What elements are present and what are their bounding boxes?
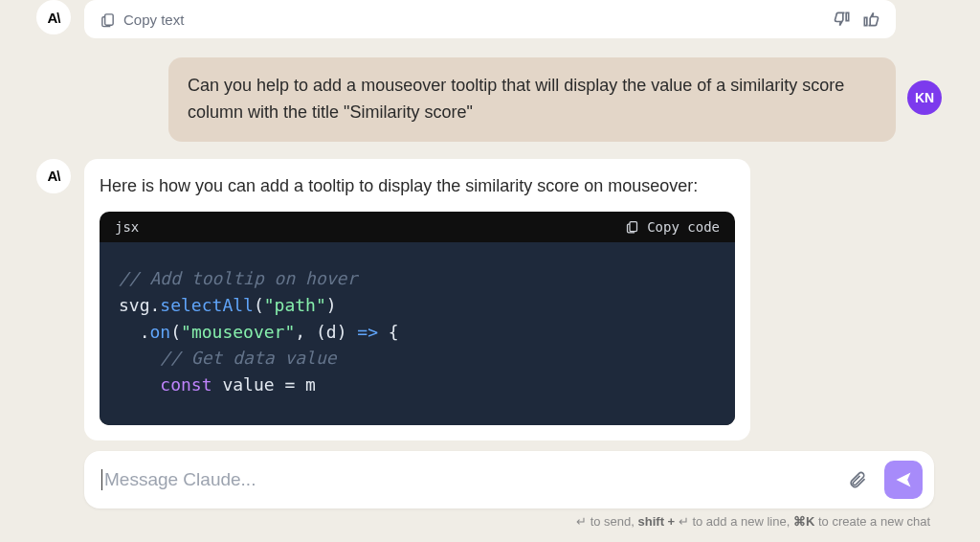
message-input[interactable]: Message Claude... bbox=[101, 469, 840, 491]
send-button[interactable] bbox=[884, 461, 923, 499]
user-message-row: Can you help to add a mouseover tooltip … bbox=[84, 57, 896, 142]
ai-avatar: A\ bbox=[36, 159, 71, 193]
attach-button[interactable] bbox=[840, 463, 875, 497]
assistant-message-header: Copy text bbox=[84, 0, 896, 38]
thumbs-up-icon[interactable] bbox=[861, 10, 880, 29]
code-language-label: jsx bbox=[115, 219, 139, 235]
copy-code-button[interactable]: Copy code bbox=[625, 219, 720, 235]
clipboard-icon bbox=[100, 11, 116, 28]
input-placeholder-text: Message Claude... bbox=[104, 469, 256, 489]
assistant-reply-text: Here is how you can add a tooltip to dis… bbox=[100, 174, 735, 198]
user-avatar: KN bbox=[907, 80, 942, 115]
code-block: jsx Copy code // Add tooltip on hover sv… bbox=[100, 212, 735, 425]
clipboard-icon bbox=[625, 219, 639, 234]
text-cursor bbox=[101, 469, 102, 490]
assistant-reply: Here is how you can add a tooltip to dis… bbox=[84, 159, 750, 440]
code-body: // Add tooltip on hover svg.selectAll("p… bbox=[100, 242, 735, 425]
ai-avatar: A\ bbox=[36, 0, 71, 34]
copy-text-button[interactable]: Copy text bbox=[100, 11, 184, 28]
enter-key-icon: ↵ bbox=[576, 514, 587, 529]
svg-rect-1 bbox=[630, 222, 637, 232]
enter-key-icon: ↵ bbox=[679, 514, 689, 529]
input-area: Message Claude... ↵ to send, shift + ↵ t… bbox=[84, 451, 934, 529]
svg-rect-0 bbox=[105, 13, 114, 24]
thumbs-down-icon[interactable] bbox=[833, 10, 852, 29]
message-input-box[interactable]: Message Claude... bbox=[84, 451, 934, 508]
keyboard-hints: ↵ to send, shift + ↵ to add a new line, … bbox=[84, 514, 934, 529]
send-icon bbox=[894, 470, 913, 489]
paperclip-icon bbox=[848, 470, 867, 489]
user-message: Can you help to add a mouseover tooltip … bbox=[168, 57, 896, 142]
copy-text-label: Copy text bbox=[123, 11, 184, 28]
copy-code-label: Copy code bbox=[647, 219, 720, 235]
